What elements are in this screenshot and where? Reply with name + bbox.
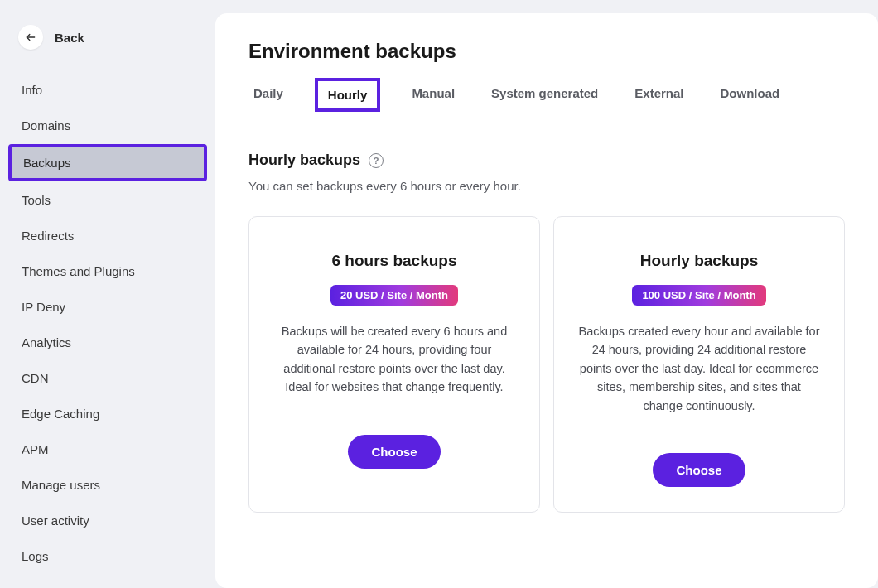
sidebar-item-backups[interactable]: Backups [8,144,207,181]
sidebar-item-themes-plugins[interactable]: Themes and Plugins [8,254,207,288]
plan-description: Backups will be created every 6 hours an… [273,322,516,397]
main-panel: Environment backups Daily Hourly Manual … [215,13,878,588]
plan-description: Backups created every hour and available… [577,322,821,415]
plan-card-hourly: Hourly backups 100 USD / Site / Month Ba… [553,216,845,513]
price-badge: 20 USD / Site / Month [330,285,458,306]
choose-button-6hours[interactable]: Choose [348,435,440,469]
page-title: Environment backups [248,40,845,63]
sidebar-item-ip-deny[interactable]: IP Deny [8,290,207,324]
plan-title: 6 hours backups [332,252,457,270]
sidebar-item-domains[interactable]: Domains [8,108,207,142]
back-label: Back [55,31,84,45]
sidebar-item-tools[interactable]: Tools [8,183,207,217]
tab-system-generated[interactable]: System generated [486,78,603,112]
sidebar-item-logs[interactable]: Logs [8,539,207,573]
tab-download[interactable]: Download [716,78,785,112]
sidebar-item-redirects[interactable]: Redirects [8,219,207,253]
sidebar-item-edge-caching[interactable]: Edge Caching [8,397,207,431]
tab-daily[interactable]: Daily [248,78,288,112]
sidebar-item-analytics[interactable]: Analytics [8,325,207,359]
tab-external[interactable]: External [630,78,688,112]
sidebar-item-info[interactable]: Info [8,73,207,107]
sidebar-nav: Info Domains Backups Tools Redirects The… [8,73,207,573]
section-header: Hourly backups ? [248,152,845,169]
plan-card-6hours: 6 hours backups 20 USD / Site / Month Ba… [248,216,540,513]
sidebar-item-apm[interactable]: APM [8,432,207,466]
back-arrow-icon [18,25,43,50]
tabs: Daily Hourly Manual System generated Ext… [248,78,845,112]
price-badge: 100 USD / Site / Month [632,285,765,306]
section-description: You can set backups every 6 hours or eve… [248,179,845,193]
tab-manual[interactable]: Manual [407,78,460,112]
sidebar: Back Info Domains Backups Tools Redirect… [0,0,215,588]
sidebar-item-manage-users[interactable]: Manage users [8,468,207,502]
choose-button-hourly[interactable]: Choose [653,453,745,487]
plan-row: 6 hours backups 20 USD / Site / Month Ba… [248,216,845,513]
tab-hourly[interactable]: Hourly [315,78,381,112]
help-icon[interactable]: ? [369,153,384,168]
plan-title: Hourly backups [640,252,759,270]
sidebar-item-cdn[interactable]: CDN [8,361,207,395]
section-title: Hourly backups [248,152,360,169]
back-link[interactable]: Back [8,17,207,58]
sidebar-item-user-activity[interactable]: User activity [8,504,207,537]
